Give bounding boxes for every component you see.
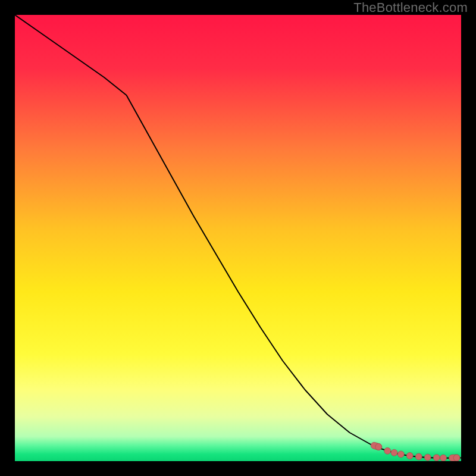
watermark-text: TheBottleneck.com <box>353 0 468 15</box>
gradient-background <box>15 15 461 461</box>
tail-marker-dot <box>397 451 404 458</box>
stage: TheBottleneck.com <box>0 0 476 476</box>
tail-marker-dot <box>384 447 391 454</box>
chart-svg <box>15 15 461 461</box>
tail-marker-dot <box>406 453 413 459</box>
tail-marker-dot <box>391 449 397 456</box>
tail-marker-dot <box>433 455 440 461</box>
tail-marker-dot <box>453 455 460 461</box>
tail-marker-dot <box>424 454 431 461</box>
plot-area <box>15 15 461 461</box>
tail-marker-dot <box>375 444 382 450</box>
tail-marker-dot <box>440 455 447 461</box>
tail-marker-dot <box>415 453 422 460</box>
